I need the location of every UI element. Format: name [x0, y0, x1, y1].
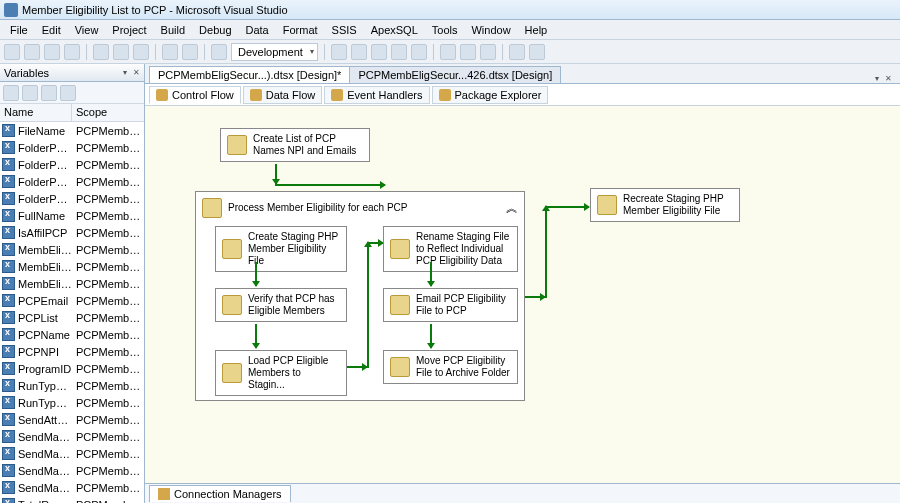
menu-format[interactable]: Format — [277, 22, 324, 38]
doc-tab[interactable]: PCPMembEligSecur...426.dtsx [Design] — [349, 66, 561, 83]
variable-row[interactable]: RunTypeLPE...PCPMembElig... — [0, 377, 144, 394]
tb-misc-icon[interactable] — [480, 44, 496, 60]
task-recreate[interactable]: Recreate Staging PHP Member Eligibility … — [590, 188, 740, 222]
close-tab-icon[interactable]: ✕ — [885, 74, 892, 83]
move-variable-icon[interactable] — [41, 85, 57, 101]
tab-event-handlers[interactable]: Event Handlers — [324, 86, 429, 104]
tb-misc-icon[interactable] — [460, 44, 476, 60]
variable-row[interactable]: MembEligLi...PCPMembElig... — [0, 241, 144, 258]
tb-undo-icon[interactable] — [162, 44, 178, 60]
tb-misc-icon[interactable] — [529, 44, 545, 60]
variable-row[interactable]: PCPNamePCPMembElig... — [0, 326, 144, 343]
close-icon[interactable]: ✕ — [133, 68, 140, 77]
variable-row[interactable]: PCPEmailPCPMembElig... — [0, 292, 144, 309]
menu-file[interactable]: File — [4, 22, 34, 38]
variable-row[interactable]: MembEligLi...PCPMembElig... — [0, 258, 144, 275]
task-create-list[interactable]: Create List of PCP Names NPI and Emails — [220, 128, 370, 162]
task-rename[interactable]: Rename Staging File to Reflect Individua… — [383, 226, 518, 272]
variables-list[interactable]: FileNamePCPMembElig...FolderPartAr...PCP… — [0, 122, 144, 503]
bottom-strip: Connection Managers — [145, 483, 900, 503]
connector[interactable] — [255, 262, 257, 286]
connector[interactable] — [430, 262, 432, 286]
variable-row[interactable]: FullNamePCPMembElig... — [0, 207, 144, 224]
menu-view[interactable]: View — [69, 22, 105, 38]
variable-row[interactable]: MembEligLi...PCPMembElig... — [0, 275, 144, 292]
tb-misc-icon[interactable] — [440, 44, 456, 60]
tab-package-explorer[interactable]: Package Explorer — [432, 86, 549, 104]
variable-row[interactable]: FileNamePCPMembElig... — [0, 122, 144, 139]
menu-data[interactable]: Data — [240, 22, 275, 38]
tb-misc-icon[interactable] — [391, 44, 407, 60]
tb-start-icon[interactable] — [211, 44, 227, 60]
variable-row[interactable]: SendMailSu...PCPMembElig... — [0, 462, 144, 479]
task-email[interactable]: Email PCP Eligibility File to PCP — [383, 288, 518, 322]
tb-misc-icon[interactable] — [351, 44, 367, 60]
variable-row[interactable]: FolderPathR...PCPMembElig... — [0, 190, 144, 207]
menu-tools[interactable]: Tools — [426, 22, 464, 38]
variable-row[interactable]: ProgramIDPCPMembElig... — [0, 360, 144, 377]
doc-tab-active[interactable]: PCPMembEligSecur...).dtsx [Design]* — [149, 66, 350, 83]
connector[interactable] — [275, 184, 385, 186]
task-load[interactable]: Load PCP Eligible Members to Stagin... — [215, 350, 347, 396]
variable-row[interactable]: FolderPartAr...PCPMembElig... — [0, 139, 144, 156]
connector[interactable] — [255, 324, 257, 348]
task-verify[interactable]: Verify that PCP has Eligible Members — [215, 288, 347, 322]
connection-managers-tab[interactable]: Connection Managers — [149, 485, 291, 502]
col-scope[interactable]: Scope — [72, 104, 144, 121]
connector[interactable] — [525, 296, 545, 298]
menu-window[interactable]: Window — [465, 22, 516, 38]
config-dropdown[interactable]: Development — [231, 43, 318, 61]
collapse-icon[interactable]: ︽ — [506, 201, 518, 215]
connector[interactable] — [275, 164, 277, 184]
menu-edit[interactable]: Edit — [36, 22, 67, 38]
menu-build[interactable]: Build — [155, 22, 191, 38]
variable-row[interactable]: SendMailFro...PCPMembElig... — [0, 445, 144, 462]
task-archive[interactable]: Move PCP Eligibility File to Archive Fol… — [383, 350, 518, 384]
panel-header[interactable]: Variables ▾✕ — [0, 64, 144, 82]
connector[interactable] — [545, 206, 547, 298]
menu-help[interactable]: Help — [519, 22, 554, 38]
menu-project[interactable]: Project — [106, 22, 152, 38]
tb-paste-icon[interactable] — [133, 44, 149, 60]
tb-new-icon[interactable] — [4, 44, 20, 60]
task-create-staging[interactable]: Create Staging PHP Member Eligibility Fi… — [215, 226, 347, 272]
variable-row[interactable]: SendAttach...PCPMembElig... — [0, 411, 144, 428]
menu-ssis[interactable]: SSIS — [326, 22, 363, 38]
variable-row[interactable]: TotalRowCo...PCPMembElig... — [0, 496, 144, 503]
grid-options-icon[interactable] — [60, 85, 76, 101]
variable-row[interactable]: FolderPartSt...PCPMembElig... — [0, 173, 144, 190]
connector[interactable] — [347, 366, 367, 368]
tb-copy-icon[interactable] — [113, 44, 129, 60]
tab-data-flow[interactable]: Data Flow — [243, 86, 323, 104]
connector[interactable] — [545, 206, 589, 208]
variable-row[interactable]: RunTypeVPE...PCPMembElig... — [0, 394, 144, 411]
variable-row[interactable]: PCPNPIPCPMembElig... — [0, 343, 144, 360]
variable-row[interactable]: IsAffilPCPPCPMembElig... — [0, 224, 144, 241]
menu-apexsql[interactable]: ApexSQL — [365, 22, 424, 38]
variable-row[interactable]: SendMailBodyPCPMembElig... — [0, 428, 144, 445]
col-name[interactable]: Name — [0, 104, 72, 121]
menu-debug[interactable]: Debug — [193, 22, 237, 38]
tb-cut-icon[interactable] — [93, 44, 109, 60]
pin-icon[interactable]: ▾ — [123, 68, 127, 77]
design-canvas[interactable]: Create List of PCP Names NPI and Emails … — [145, 106, 900, 483]
tb-misc-icon[interactable] — [411, 44, 427, 60]
tb-open-icon[interactable] — [24, 44, 40, 60]
variable-row[interactable]: FolderPartBa...PCPMembElig... — [0, 156, 144, 173]
variable-scope: PCPMembElig... — [72, 482, 144, 494]
delete-variable-icon[interactable] — [22, 85, 38, 101]
tb-redo-icon[interactable] — [182, 44, 198, 60]
tb-save-all-icon[interactable] — [64, 44, 80, 60]
tab-control-flow[interactable]: Control Flow — [149, 86, 241, 104]
tb-misc-icon[interactable] — [509, 44, 525, 60]
add-variable-icon[interactable] — [3, 85, 19, 101]
tb-misc-icon[interactable] — [331, 44, 347, 60]
tabs-dropdown-icon[interactable]: ▾ — [875, 74, 879, 83]
variable-row[interactable]: SendMailToPCPMembElig... — [0, 479, 144, 496]
variable-row[interactable]: PCPListPCPMembElig... — [0, 309, 144, 326]
connector[interactable] — [367, 242, 369, 368]
tb-save-icon[interactable] — [44, 44, 60, 60]
connector[interactable] — [430, 324, 432, 348]
connector[interactable] — [367, 242, 383, 244]
tb-misc-icon[interactable] — [371, 44, 387, 60]
